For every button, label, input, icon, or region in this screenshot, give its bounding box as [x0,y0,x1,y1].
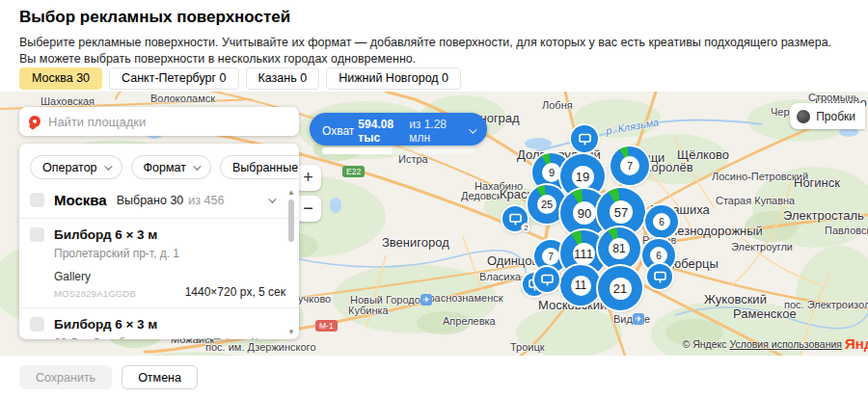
item-address: 60 Лет Октября пр-т, д. 14 ЦРП (поз.1) [54,336,285,339]
copyright-text: © Яндекс [683,338,727,350]
item-vendor: Gallery [54,270,285,283]
map-town-label: Лобня [542,99,573,111]
map-town-label: пос. им. Дзержинского [205,341,316,353]
map-cluster-marker[interactable]: 7 [610,146,649,185]
terms-link[interactable]: Условия использования [729,338,842,350]
item-spec: 1440×720 px, 5 сек [185,285,285,299]
map-town-label: Кубинка [348,305,389,316]
cluster-count: 6 [653,213,670,230]
panel-scrollbar[interactable]: ▲ ▼ [286,189,296,336]
surface-list-item[interactable]: Билборд 6 × 3 м Пролетарский пр-т, д. 1 … [19,219,299,307]
map-town-label: Стромынь [808,92,859,103]
filter-selected-label: Выбранные [232,161,298,174]
map-cluster-marker[interactable]: 21 [598,266,642,310]
billboard-marker[interactable] [647,264,672,289]
map-town-label: Троицк [510,341,545,353]
filter-format[interactable]: Формат [131,155,211,179]
page-header: Выбор рекламных поверхностей Выберите ре… [19,8,849,67]
cluster-count: 7 [542,248,559,265]
map-town-label: Щёлково [677,147,729,162]
airport-icon: ✈ [420,294,432,306]
cancel-button[interactable]: Отмена [122,365,198,389]
page-description: Выберите рекламные поверхности. Учитывай… [19,35,849,67]
map-town-label: Павловский Посад [825,225,868,236]
chevron-down-icon [193,162,201,170]
item-code: MOS2829A1GGDB [54,288,136,299]
map-town-label: Дедовск [461,190,502,201]
item-checkbox[interactable] [30,317,44,332]
map-town-label: Краснознаменск [422,292,503,304]
chevron-down-icon [268,195,276,202]
item-checkbox[interactable] [30,227,44,242]
coverage-progress-track [322,147,475,154]
cluster-count: 90 [573,201,596,225]
map-town-label: Апрелевка [443,315,496,327]
coverage-progress-fill [322,147,393,154]
map-town-label: Ногинск [794,175,840,190]
surface-list-item[interactable]: Билборд 6 × 3 м 60 Лет Октября пр-т, д. … [19,308,299,339]
map-town-label: Жуковский [704,292,767,306]
group-checkbox[interactable] [30,193,44,207]
item-title: Билборд 6 × 3 м [54,317,157,332]
map-cluster-marker[interactable]: 6 [645,205,678,238]
cluster-count: 19 [572,166,594,188]
billboard-marker[interactable] [534,267,559,292]
marker-count-badge: 2 [521,223,531,233]
coverage-of: из 1.28 млн [409,118,461,145]
cluster-count: 7 [620,156,639,175]
yandex-logo: Яндекс [845,335,868,352]
map-town-label: Электроугли [731,241,793,253]
group-selected-count: Выбрано 30 [117,194,184,207]
city-tab-nn[interactable]: Нижний Новгород 0 [326,67,461,90]
traffic-label: Пробки [816,110,855,123]
city-group-row[interactable]: Москва Выбрано 30 из 456 [19,179,299,218]
road-badge: М-1 [315,320,338,332]
map-town-label: Волоколамск [150,93,215,104]
cluster-count: 21 [610,278,632,300]
cluster-count: 57 [610,200,633,224]
group-city-name: Москва [54,192,107,208]
cluster-count: 6 [650,247,667,264]
filter-operator-label: Оператор [42,161,97,174]
item-address: Пролетарский пр-т, д. 1 [54,247,285,260]
filter-selected[interactable]: Выбранные [220,155,299,179]
city-tab-kazan[interactable]: Казань 0 [246,67,320,90]
chevron-down-icon [469,125,476,133]
page-title: Выбор рекламных поверхностей [19,8,849,27]
city-tab-moscow[interactable]: Москва 30 [19,67,102,90]
billboard-marker[interactable] [571,125,598,152]
billboard-icon [540,273,555,287]
map-town-label: Шаховская [41,95,95,107]
chevron-down-icon [104,162,112,170]
footer-actions: Сохранить Отмена [19,365,198,389]
city-tabs: Москва 30 Санкт-Петербург 0 Казань 0 Ниж… [19,67,461,90]
coverage-value: 594.08 тыс [358,118,409,145]
scroll-down-icon[interactable]: ▼ [286,329,296,336]
road-badge: Е22 [342,166,365,177]
cluster-count: 9 [542,163,561,182]
map-town-label: Королёв [644,160,693,174]
billboard-icon [653,270,667,284]
coverage-label: Охват [322,124,354,138]
city-tab-spb[interactable]: Санкт-Петербург 0 [109,67,238,90]
map-cluster-marker[interactable]: 81 [598,227,640,270]
filter-format-label: Формат [144,161,186,174]
map-town-label: Звенигород [382,235,449,250]
traffic-toggle[interactable]: Пробки [790,103,865,129]
billboard-marker[interactable]: 2 [502,206,528,231]
map-cluster-marker[interactable]: 11 [560,265,601,306]
filter-pills: Оператор Формат Выбранные [19,144,299,179]
search-input[interactable] [48,115,289,129]
scroll-up-icon[interactable]: ▲ [286,189,296,197]
coverage-badge[interactable]: Охват 594.08 тыс из 1.28 млн [310,113,487,146]
map-zoom-in-button[interactable]: + [295,165,321,191]
scrollbar-thumb[interactable] [288,200,294,242]
search-bar [19,107,299,136]
cluster-count: 11 [571,276,591,296]
map-town-label: Электросталь [783,208,864,223]
cluster-count: 25 [537,195,556,214]
cluster-count: 111 [573,243,595,265]
filter-operator[interactable]: Оператор [30,155,122,179]
map-zoom-out-button[interactable]: − [295,196,321,222]
save-button[interactable]: Сохранить [19,365,112,389]
